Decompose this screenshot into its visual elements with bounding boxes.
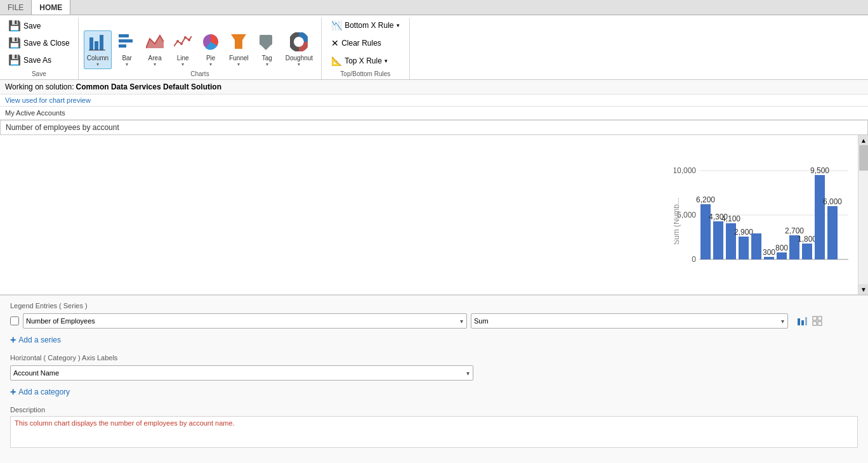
series-grid-icon[interactable] <box>811 315 824 327</box>
save-close-button[interactable]: 💾 Save & Close <box>5 35 73 51</box>
bar-chart-button[interactable]: Bar ▾ <box>114 30 140 69</box>
scrollbar-track <box>858 145 868 284</box>
description-text[interactable]: This column chart displays the number of… <box>10 416 858 448</box>
svg-marker-13 <box>231 34 246 49</box>
bar-chart-icon <box>118 32 136 53</box>
series-agg-dropdown[interactable]: Sum <box>471 313 788 329</box>
add-category-label: Add a category <box>18 388 70 396</box>
chart-preview: 10,000 5,000 0 Sum (Numb... 6,200 4,300 … <box>0 135 858 294</box>
add-category-button[interactable]: + Add a category <box>10 384 858 400</box>
bar-2 <box>713 221 723 259</box>
bar-11 <box>827 206 838 259</box>
svg-rect-45 <box>798 318 800 325</box>
bottom-panel: Legend Entries ( Series ) Number of Empl… <box>0 294 868 463</box>
top-x-rule-button[interactable]: 📐 Top X Rule ▾ <box>327 53 392 68</box>
add-series-label: Add a series <box>18 336 61 344</box>
svg-rect-51 <box>818 322 822 325</box>
bottom-x-rule-arrow: ▾ <box>397 22 400 29</box>
category-dropdown[interactable]: Account Name <box>10 365 473 381</box>
bar-4 <box>739 237 749 259</box>
top-bottom-inner: 📉 Bottom X Rule ▾ ✕ Clear Rules 📐 Top X … <box>327 18 404 69</box>
funnel-arrow: ▾ <box>237 62 240 67</box>
area-label: Area <box>148 55 162 62</box>
chart-type-icons <box>796 315 824 327</box>
bar-7 <box>777 252 787 259</box>
area-arrow: ▾ <box>154 62 156 67</box>
series-checkbox[interactable] <box>10 316 19 325</box>
svg-rect-6 <box>119 44 126 48</box>
svg-text:10,000: 10,000 <box>674 166 696 175</box>
svg-rect-1 <box>95 41 98 50</box>
svg-point-9 <box>180 42 183 45</box>
svg-rect-14 <box>260 35 272 45</box>
bar-arrow: ▾ <box>126 62 128 67</box>
bar-5 <box>751 233 761 259</box>
svg-rect-48 <box>813 316 817 320</box>
column-label: Column <box>87 55 109 62</box>
main-content: Working on solution: Common Data Service… <box>0 80 868 463</box>
area-chart-button[interactable]: Area ▾ <box>142 30 168 69</box>
save-as-label: Save As <box>23 56 51 65</box>
area-chart-icon <box>146 32 164 53</box>
clear-rules-button[interactable]: ✕ Clear Rules <box>327 36 386 51</box>
svg-text:Wi...: Wi... <box>768 261 785 266</box>
line-chart-button[interactable]: Line ▾ <box>170 30 195 69</box>
pie-chart-button[interactable]: Pie ▾ <box>198 30 223 69</box>
bottom-x-rule-icon: 📉 <box>331 20 342 30</box>
solution-bar: Working on solution: Common Data Service… <box>0 80 868 95</box>
column-chart-button[interactable]: Column ▾ <box>84 30 112 69</box>
svg-rect-49 <box>818 316 822 320</box>
solution-name: Common Data Services Default Solution <box>76 82 221 91</box>
ribbon: 💾 Save 💾 Save & Close 💾 Save As Save <box>0 15 868 80</box>
view-link[interactable]: View used for chart preview <box>0 95 868 107</box>
description-section: Description This column chart displays t… <box>10 406 858 448</box>
save-icon: 💾 <box>8 20 21 32</box>
horizontal-section: Horizontal ( Category ) Axis Labels Acco… <box>10 354 858 400</box>
pie-chart-icon <box>202 32 220 53</box>
chart-title[interactable]: Number of employees by account <box>0 120 868 135</box>
bar-6 <box>764 257 774 259</box>
svg-text:300: 300 <box>763 248 775 257</box>
bottom-x-rule-label: Bottom X Rule <box>345 21 393 30</box>
tag-chart-button[interactable]: Tag ▾ <box>254 30 280 69</box>
doughnut-label: Doughnut <box>286 55 313 62</box>
bar-9 <box>802 244 812 259</box>
svg-rect-2 <box>100 35 103 50</box>
legend-section: Legend Entries ( Series ) Number of Empl… <box>10 302 858 348</box>
charts-group-inner: Column ▾ Bar ▾ <box>84 18 316 69</box>
scrollbar-up-button[interactable]: ▲ <box>858 135 868 145</box>
svg-text:2,900: 2,900 <box>734 228 753 237</box>
svg-text:...: ... <box>761 261 772 266</box>
svg-text:Yo...: Yo... <box>730 261 747 266</box>
top-x-rule-label: Top X Rule <box>345 56 382 65</box>
svg-point-10 <box>184 36 187 39</box>
charts-group: Column ▾ Bar ▾ <box>79 18 322 79</box>
svg-rect-47 <box>805 317 807 325</box>
tab-bar: FILE HOME <box>0 0 868 15</box>
series-column-icon[interactable] <box>796 315 808 327</box>
scrollbar-down-button[interactable]: ▼ <box>858 284 868 294</box>
series-dropdown[interactable]: Number of Employees <box>23 313 467 329</box>
save-as-icon: 💾 <box>8 54 21 66</box>
description-title: Description <box>10 406 858 414</box>
bottom-x-rule-button[interactable]: 📉 Bottom X Rule ▾ <box>327 18 404 33</box>
horizontal-title: Horizontal ( Category ) Axis Labels <box>10 354 858 362</box>
save-group: 💾 Save 💾 Save & Close 💾 Save As Save <box>0 18 79 79</box>
clear-rules-icon: ✕ <box>331 38 339 48</box>
tab-file[interactable]: FILE <box>0 0 31 15</box>
add-series-button[interactable]: + Add a series <box>10 332 858 348</box>
tab-home[interactable]: HOME <box>31 0 70 15</box>
funnel-chart-button[interactable]: Funnel ▾ <box>226 30 252 69</box>
svg-text:6,000: 6,000 <box>823 197 842 206</box>
doughnut-chart-button[interactable]: Doughnut ▾ <box>282 30 316 69</box>
save-button[interactable]: 💾 Save <box>5 18 73 34</box>
save-as-button[interactable]: 💾 Save As <box>5 52 73 68</box>
clear-rules-label: Clear Rules <box>341 39 381 48</box>
scrollbar-thumb[interactable] <box>859 145 868 171</box>
pie-arrow: ▾ <box>209 62 212 67</box>
svg-rect-50 <box>813 322 817 325</box>
column-chart-icon <box>89 32 107 53</box>
charts-group-label: Charts <box>84 69 316 79</box>
tag-chart-icon <box>258 32 276 53</box>
chart-area: 10,000 5,000 0 Sum (Numb... 6,200 4,300 … <box>0 135 868 294</box>
